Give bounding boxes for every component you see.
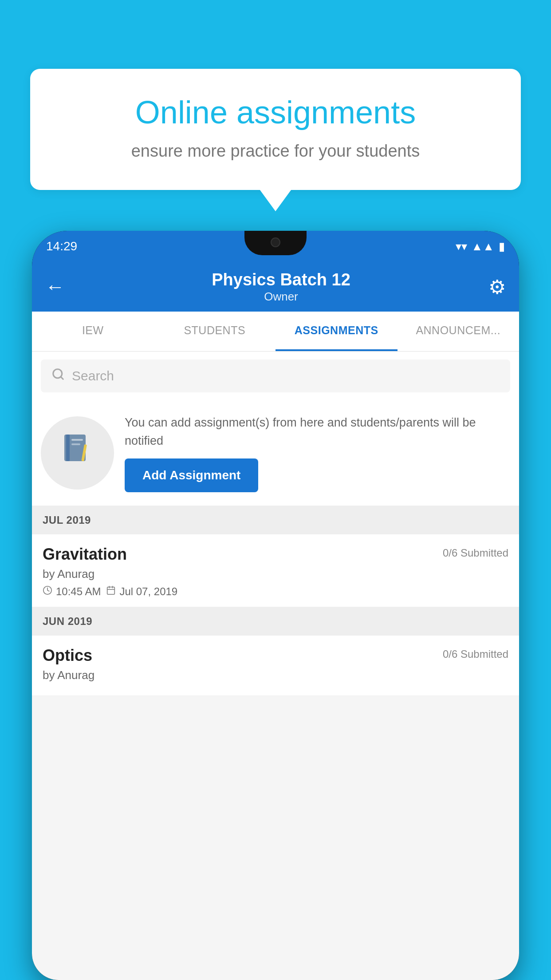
assignment-name-optics: Optics: [43, 646, 92, 665]
search-bar[interactable]: Search: [41, 360, 510, 392]
status-icons: ▾▾ ▲▲ ▮: [456, 240, 505, 253]
add-assignment-content: You can add assignment(s) from here and …: [125, 414, 510, 492]
settings-icon[interactable]: ⚙: [488, 276, 506, 298]
bubble-subtitle: ensure more practice for your students: [57, 139, 494, 163]
add-assignment-section: You can add assignment(s) from here and …: [32, 400, 519, 506]
speech-bubble: Online assignments ensure more practice …: [30, 69, 521, 190]
assignment-name: Gravitation: [43, 545, 127, 564]
phone-screen: IEW STUDENTS ASSIGNMENTS ANNOUNCEM...: [32, 312, 519, 980]
svg-line-1: [61, 377, 63, 379]
header-subtitle: Owner: [74, 290, 488, 304]
speech-bubble-container: Online assignments ensure more practice …: [30, 69, 521, 190]
front-camera: [271, 237, 280, 247]
assignment-icon-circle: [41, 416, 114, 490]
back-button[interactable]: ←: [45, 276, 65, 298]
tabs-container: IEW STUDENTS ASSIGNMENTS ANNOUNCEM...: [32, 312, 519, 352]
tab-students[interactable]: STUDENTS: [154, 312, 276, 351]
tab-assignments[interactable]: ASSIGNMENTS: [276, 312, 398, 351]
section-header-jun: JUN 2019: [32, 607, 519, 636]
svg-rect-8: [107, 587, 115, 595]
section-header-jul: JUL 2019: [32, 506, 519, 534]
assignment-author: by Anurag: [43, 567, 508, 581]
assignment-author-optics: by Anurag: [43, 668, 508, 682]
search-container: Search: [32, 352, 519, 400]
status-time: 14:29: [46, 239, 77, 253]
svg-rect-5: [71, 443, 80, 445]
assignment-item[interactable]: Gravitation 0/6 Submitted by Anurag 10:4…: [32, 534, 519, 607]
signal-icon: ▲▲: [472, 240, 494, 253]
svg-rect-3: [66, 435, 70, 461]
svg-rect-4: [71, 439, 83, 441]
search-icon: [51, 368, 65, 384]
bubble-title: Online assignments: [57, 93, 494, 131]
assignment-submitted: 0/6 Submitted: [443, 547, 508, 559]
assignment-submitted-optics: 0/6 Submitted: [443, 648, 508, 660]
phone-frame: 14:29 ▾▾ ▲▲ ▮ ← Physics Batch 12 Owner ⚙…: [32, 231, 519, 980]
add-assignment-info: You can add assignment(s) from here and …: [125, 414, 510, 450]
phone-notch: [244, 231, 307, 255]
notebook-icon: [60, 431, 95, 475]
assignment-item-optics-header: Optics 0/6 Submitted: [43, 646, 508, 665]
battery-icon: ▮: [499, 240, 505, 253]
assignment-item-header: Gravitation 0/6 Submitted: [43, 545, 508, 564]
header-title: Physics Batch 12: [74, 270, 488, 290]
header-center: Physics Batch 12 Owner: [74, 270, 488, 304]
assignment-date: Jul 07, 2019: [119, 585, 177, 598]
assignment-item-optics[interactable]: Optics 0/6 Submitted by Anurag: [32, 636, 519, 696]
wifi-icon: ▾▾: [456, 240, 467, 253]
tab-announcements[interactable]: ANNOUNCEM...: [398, 312, 520, 351]
assignment-meta: 10:45 AM Jul 07, 2019: [43, 585, 508, 598]
search-placeholder: Search: [72, 368, 114, 383]
add-assignment-button[interactable]: Add Assignment: [125, 458, 258, 492]
app-header: ← Physics Batch 12 Owner ⚙: [32, 262, 519, 312]
tab-iew[interactable]: IEW: [32, 312, 154, 351]
time-meta: 10:45 AM: [43, 585, 101, 598]
date-meta: Jul 07, 2019: [106, 585, 177, 598]
assignment-time: 10:45 AM: [56, 585, 101, 598]
status-bar: 14:29 ▾▾ ▲▲ ▮: [32, 231, 519, 262]
clock-icon: [43, 585, 52, 598]
calendar-icon: [106, 585, 116, 598]
